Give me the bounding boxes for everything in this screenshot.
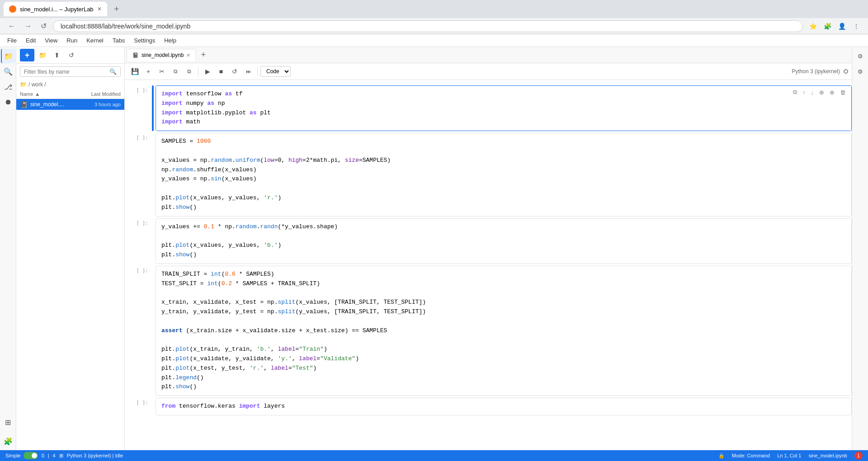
reload-button[interactable]: ↺ [38,20,49,32]
notebook-tabs: 📓 sine_model.ipynb ✕ + [125,47,852,63]
cell-5-content[interactable]: from tensorflow.keras import layers [152,398,852,415]
menu-run[interactable]: Run [63,35,81,46]
browser-chrome: sine_model.i... – JupyterLab ✕ + [0,0,868,18]
simple-toggle-thumb [32,453,37,458]
filename-status: sine_model.ipynb [808,453,847,458]
move-up-action[interactable]: ↑ [801,88,807,97]
sidebar-extensions-icon[interactable]: 🧩 [1,434,15,448]
cell-type-select[interactable]: Code [260,66,291,77]
cell-2-body[interactable]: SAMPLES = 1000 x_values = np.random.unif… [156,133,852,216]
cell-5-sidebar: [ ]: [125,398,152,415]
address-bar[interactable] [53,20,803,32]
notebook-content[interactable]: [ ]: import tensorflow as tf import nump… [125,80,852,450]
file-search-input[interactable] [24,69,108,75]
save-button[interactable]: 💾 [128,65,141,78]
breadcrumb: 📁 / work / [16,80,124,89]
new-tab-button[interactable]: + [111,3,123,16]
forward-button[interactable]: → [22,20,34,32]
cell-5: [ ]: from tensorflow.keras import layers [125,398,852,415]
bookmark-icon[interactable]: ⭐ [807,20,819,33]
notebook-area: 📓 sine_model.ipynb ✕ + 💾 + ✂ ⧉ ⧉ ▶ ■ ↺ ⏭ [125,47,852,450]
browser-nav: ← → ↺ ⭐ 🧩 👤 ⋮ [0,18,868,34]
new-launcher-button[interactable]: + [20,49,34,61]
browser-tab[interactable]: sine_model.i... – JupyterLab ✕ [4,2,107,16]
simple-toggle[interactable]: Simple [5,452,38,459]
breadcrumb-icon: 📁 [20,81,27,88]
copy-cell-button[interactable]: ⧉ [169,65,182,78]
menu-tabs[interactable]: Tabs [109,35,128,46]
left-sidebar-icons: 📁 🔍 ⎇ ⏺ ⊞ 🧩 [0,47,16,450]
delete-cell-action[interactable]: 🗑 [838,88,848,97]
cell-2-content[interactable]: SAMPLES = 1000 x_values = np.random.unif… [152,133,852,216]
menu-help[interactable]: Help [160,35,180,46]
cell-4-sidebar: [ ]: [125,266,152,396]
cell-4-content[interactable]: TRAIN_SPLIT = int(0.6 * SAMPLES) TEST_SP… [152,266,852,396]
add-cell-button[interactable]: + [142,65,155,78]
tab-close-button[interactable]: ✕ [97,6,102,12]
cell-5-body[interactable]: from tensorflow.keras import layers [156,398,852,415]
property-inspector-icon[interactable]: ⚙ [853,49,868,63]
file-list-header: Name ▲ Last Modified [16,89,124,99]
new-folder-button[interactable]: 📁 [36,49,49,61]
tab-close-icon[interactable]: ✕ [186,52,190,58]
mode-status: Mode: Command [732,453,770,458]
status-cell-info: 4 [53,453,56,458]
extensions-icon[interactable]: 🧩 [821,20,834,33]
notification-badge: 1 [854,452,863,460]
cell-4-body[interactable]: TRAIN_SPLIT = int(0.6 * SAMPLES) TEST_SP… [156,266,852,396]
add-cell-below-action[interactable]: ⊕ [828,88,836,97]
sidebar-files-icon[interactable]: 📁 [1,49,15,63]
sidebar-search-icon[interactable]: 🔍 [1,64,15,79]
simple-label: Simple [5,453,21,458]
cell-1-body[interactable]: import tensorflow as tf import numpy as … [156,85,852,131]
copy-cell-action[interactable]: ⧉ [791,88,799,97]
file-search-box[interactable]: 🔍 [20,66,121,77]
notebook-file-icon: 📓 [20,101,28,108]
upload-button[interactable]: ⬆ [51,49,63,61]
interrupt-kernel-button[interactable]: ■ [215,65,227,78]
notebook-tab-sine-model[interactable]: 📓 sine_model.ipynb ✕ [127,49,196,61]
restart-run-all-button[interactable]: ⏭ [242,65,255,78]
cell-3-content[interactable]: y_values += 0.1 * np.random.randn(*y_val… [152,218,852,264]
name-column-header[interactable]: Name ▲ [20,91,91,97]
cell-2-label: [ ]: [137,135,149,141]
file-panel-toolbar: + 📁 ⬆ ↺ [16,47,124,64]
cell-5-code[interactable]: from tensorflow.keras import layers [156,398,851,415]
tab-title: sine_model.i... – JupyterLab [20,6,94,13]
add-cell-above-action[interactable]: ⊕ [817,88,826,97]
cell-4-code[interactable]: TRAIN_SPLIT = int(0.6 * SAMPLES) TEST_SP… [156,266,851,395]
refresh-button[interactable]: ↺ [65,49,78,61]
menu-icon[interactable]: ⋮ [850,20,863,33]
cell-2-code[interactable]: SAMPLES = 1000 x_values = np.random.unif… [156,133,851,216]
right-settings-icon[interactable]: ⚙ [853,64,868,79]
sidebar-git-icon[interactable]: ⎇ [1,80,15,94]
menu-kernel[interactable]: Kernel [83,35,107,46]
back-button[interactable]: ← [5,20,18,32]
main-content: 📁 🔍 ⎇ ⏺ ⊞ 🧩 + 📁 ⬆ ↺ 🔍 📁 / w [0,47,868,450]
menu-file[interactable]: File [4,35,20,46]
menu-view[interactable]: View [41,35,61,46]
cell-1-content[interactable]: import tensorflow as tf import numpy as … [152,85,852,131]
restart-kernel-button[interactable]: ↺ [228,65,241,78]
add-tab-button[interactable]: + [197,48,209,61]
move-down-action[interactable]: ↓ [809,88,816,97]
kernel-status: Python 3 (ipykernel) [792,68,848,75]
run-cell-button[interactable]: ▶ [201,65,214,78]
cell-3-body[interactable]: y_values += 0.1 * np.random.randn(*y_val… [156,218,852,264]
kernel-status-text: Python 3 (ipykernel) | Idle [67,453,123,458]
file-item-sine-model[interactable]: 📓 sine_model.... 3 hours ago [16,99,124,110]
menu-edit[interactable]: Edit [22,35,39,46]
profile-icon[interactable]: 👤 [835,20,848,33]
menu-settings[interactable]: Settings [130,35,159,46]
modified-column-header[interactable]: Last Modified [91,91,121,97]
sidebar-commands-icon[interactable]: ⊞ [1,415,15,429]
paste-cell-button[interactable]: ⧉ [183,65,195,78]
tab-label: sine_model.ipynb [142,52,184,58]
cell-3-code[interactable]: y_values += 0.1 * np.random.randn(*y_val… [156,219,851,263]
cell-1-code[interactable]: import tensorflow as tf import numpy as … [156,86,851,131]
cell-5-label: [ ]: [137,400,149,405]
breadcrumb-path[interactable]: / work / [28,81,46,88]
simple-toggle-track[interactable] [24,452,38,459]
sidebar-running-icon[interactable]: ⏺ [1,95,15,109]
cut-cell-button[interactable]: ✂ [156,65,168,78]
